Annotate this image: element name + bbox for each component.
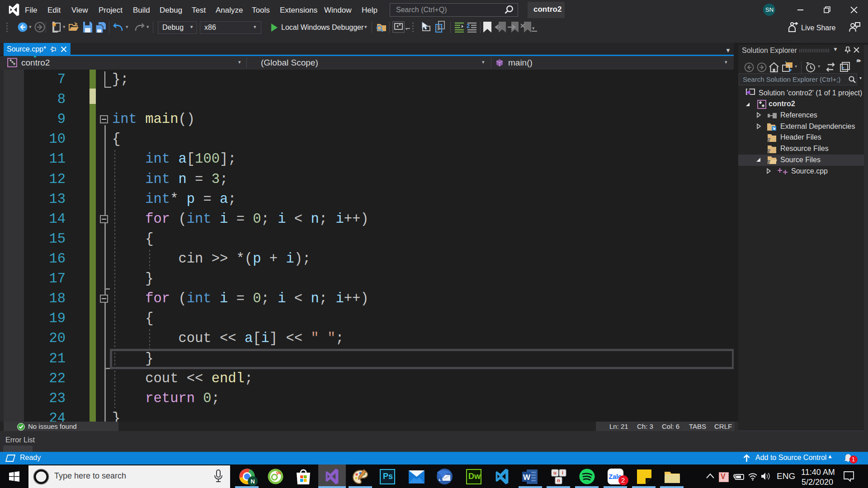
svg-text:2: 2 xyxy=(467,23,470,29)
svg-text:u: u xyxy=(553,470,557,475)
svg-text:N: N xyxy=(250,478,255,485)
svg-text:W: W xyxy=(523,473,531,482)
svg-text:n: n xyxy=(557,478,560,483)
svg-text:i: i xyxy=(562,470,563,475)
